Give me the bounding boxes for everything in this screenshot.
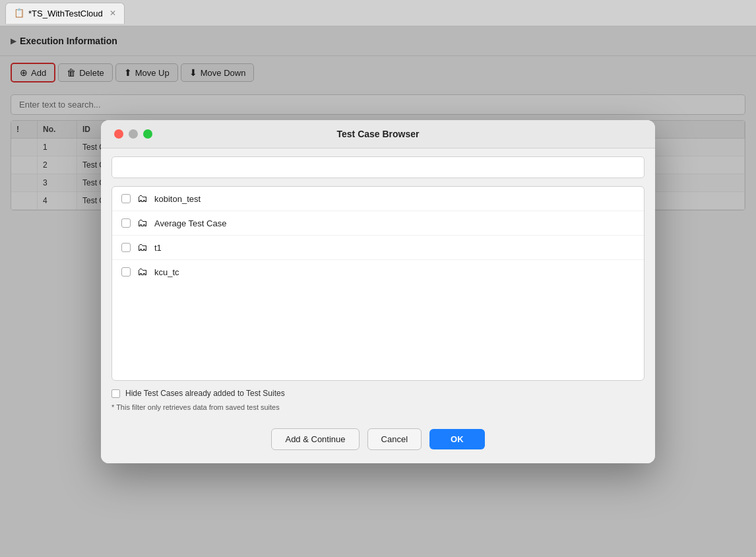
list-item-checkbox[interactable]	[121, 194, 131, 203]
ok-button[interactable]: OK	[429, 429, 485, 449]
list-item-checkbox[interactable]	[121, 218, 131, 228]
list-item[interactable]: 🗂 Average Test Case	[112, 211, 644, 236]
test-case-browser-modal: Test Case Browser 🗂 kobiton_test 🗂 Avera…	[101, 120, 655, 463]
window-minimize-button[interactable]	[129, 129, 138, 139]
list-item[interactable]: 🗂 kcu_tc	[112, 260, 644, 284]
window-maximize-button[interactable]	[143, 129, 152, 139]
modal-search-area	[101, 148, 655, 186]
list-item[interactable]: 🗂 t1	[112, 236, 644, 260]
modal-search-input[interactable]	[111, 156, 645, 178]
tab-bar: 📋 *TS_WithTestCloud ✕	[0, 0, 756, 26]
test-case-icon: 🗂	[137, 217, 148, 229]
test-case-icon: 🗂	[137, 193, 148, 205]
modal-footer: Add & Continue Cancel OK	[101, 419, 655, 463]
main-area: ▶ Execution Information ⊕ Add 🗑 Delete ⬆…	[0, 26, 756, 557]
window-controls	[114, 129, 152, 139]
list-item-label: t1	[154, 243, 162, 253]
modal-titlebar: Test Case Browser	[101, 120, 655, 148]
test-case-icon: 🗂	[137, 242, 148, 253]
list-item-label: Average Test Case	[154, 218, 226, 228]
modal-note: * This filter only retrieves data from s…	[101, 401, 655, 419]
modal-list: 🗂 kobiton_test 🗂 Average Test Case 🗂 t1 …	[111, 186, 645, 381]
modal-title: Test Case Browser	[336, 129, 419, 139]
list-item-checkbox[interactable]	[121, 267, 131, 277]
test-case-icon: 🗂	[137, 266, 148, 278]
list-item[interactable]: 🗂 kobiton_test	[112, 187, 644, 211]
add-continue-button[interactable]: Add & Continue	[271, 428, 359, 450]
tab-icon: 📋	[14, 8, 24, 18]
cancel-button[interactable]: Cancel	[367, 428, 422, 450]
list-item-label: kobiton_test	[154, 194, 201, 204]
tab-close-icon[interactable]: ✕	[110, 9, 116, 18]
tab-ts-with-testcloud[interactable]: 📋 *TS_WithTestCloud ✕	[5, 3, 125, 24]
list-item-label: kcu_tc	[154, 267, 179, 277]
filter-label: Hide Test Cases already added to Test Su…	[125, 389, 285, 398]
modal-overlay: Test Case Browser 🗂 kobiton_test 🗂 Avera…	[0, 26, 756, 557]
window-close-button[interactable]	[114, 129, 123, 139]
modal-filter: Hide Test Cases already added to Test Su…	[101, 381, 655, 401]
list-item-checkbox[interactable]	[121, 243, 131, 252]
tab-label: *TS_WithTestCloud	[28, 9, 103, 18]
hide-filter-checkbox[interactable]	[111, 389, 120, 398]
